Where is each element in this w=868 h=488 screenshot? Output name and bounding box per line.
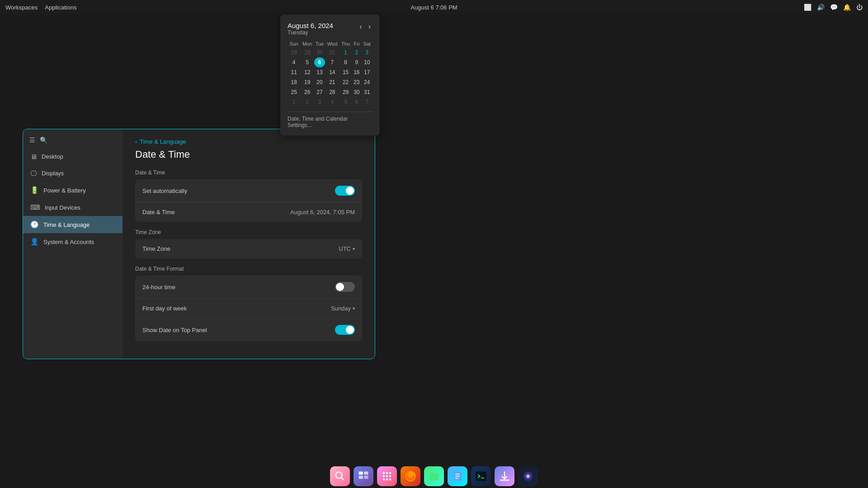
calendar-day-cell[interactable]: 28 bbox=[325, 87, 340, 97]
breadcrumb-back[interactable]: ‹ bbox=[135, 138, 137, 145]
toggle-show-date-on-top-panel[interactable] bbox=[335, 325, 355, 335]
topbar-right: ⬜ 🔊 💬 🔔 ⏻ bbox=[804, 4, 863, 11]
calendar-day-cell[interactable]: 7 bbox=[361, 97, 373, 107]
topbar-clock[interactable]: August 6 7:06 PM bbox=[410, 4, 457, 11]
sidebar-item-displays[interactable]: 🖵 Displays bbox=[23, 165, 123, 182]
volume-icon[interactable]: 🔊 bbox=[817, 4, 825, 11]
dock-multitasking[interactable] bbox=[354, 466, 373, 486]
calendar-popup: August 6, 2024 Tuesday ‹ › SunMonTueWedT… bbox=[280, 14, 380, 136]
calendar-day-cell[interactable]: 7 bbox=[325, 57, 340, 67]
calendar-settings-link[interactable]: Date, Time and Calendar Settings... bbox=[288, 112, 373, 128]
calendar-day-cell[interactable]: 29 bbox=[340, 87, 352, 97]
sidebar-item-label: System & Accounts bbox=[43, 239, 94, 245]
dock-notes[interactable] bbox=[448, 466, 467, 486]
calendar-day-cell[interactable]: 31 bbox=[325, 47, 340, 57]
workspaces-btn[interactable]: Workspaces bbox=[5, 4, 38, 11]
calendar-day-cell[interactable]: 27 bbox=[314, 87, 325, 97]
dock-firefox[interactable] bbox=[401, 466, 420, 486]
topbar-left: Workspaces Applications bbox=[5, 4, 76, 11]
settings-row-label: Set automatically bbox=[142, 188, 187, 194]
calendar-day-cell[interactable]: 15 bbox=[340, 67, 352, 77]
calendar-day-cell[interactable]: 16 bbox=[352, 67, 361, 77]
calendar-day-cell[interactable]: 12 bbox=[300, 67, 314, 77]
dock-files[interactable] bbox=[424, 466, 444, 486]
settings-row: 24-hour time bbox=[135, 276, 362, 299]
calendar-day-cell[interactable]: 2 bbox=[300, 97, 314, 107]
sidebar-item-input-devices[interactable]: ⌨ Input Devices bbox=[23, 199, 123, 216]
calendar-nav: ‹ › bbox=[358, 22, 373, 32]
dropdown-value: Sunday bbox=[331, 305, 351, 312]
sidebar-item-power-battery[interactable]: 🔋 Power & Battery bbox=[23, 182, 123, 199]
calendar-day-cell[interactable]: 10 bbox=[361, 57, 373, 67]
settings-window: ☰ 🔍 🖥 Desktop🖵 Displays🔋 Power & Battery… bbox=[23, 129, 375, 359]
calendar-day-cell[interactable]: 4 bbox=[288, 57, 300, 67]
calendar-day-cell[interactable]: 6 bbox=[314, 57, 325, 67]
dropdown-time-zone[interactable]: UTC ▾ bbox=[339, 245, 355, 252]
calendar-day-cell[interactable]: 29 bbox=[300, 47, 314, 57]
svg-point-12 bbox=[383, 479, 385, 481]
applications-btn[interactable]: Applications bbox=[45, 4, 76, 11]
calendar-day-cell[interactable]: 2 bbox=[352, 47, 361, 57]
calendar-day-cell[interactable]: 21 bbox=[325, 77, 340, 87]
dock-terminal[interactable] bbox=[471, 466, 491, 486]
calendar-day-cell[interactable]: 8 bbox=[340, 57, 352, 67]
toggle-set-automatically[interactable] bbox=[335, 186, 355, 196]
calendar-day-cell[interactable]: 22 bbox=[340, 77, 352, 87]
dropdown-value: UTC bbox=[339, 245, 351, 252]
calendar-prev-btn[interactable]: ‹ bbox=[358, 22, 363, 32]
search-icon[interactable]: 🔍 bbox=[40, 136, 47, 144]
calendar-day-cell[interactable]: 4 bbox=[325, 97, 340, 107]
calendar-day-cell[interactable]: 30 bbox=[314, 47, 325, 57]
calendar-day-cell[interactable]: 26 bbox=[300, 87, 314, 97]
calendar-day-cell[interactable]: 19 bbox=[300, 77, 314, 87]
calendar-day-cell[interactable]: 14 bbox=[325, 67, 340, 77]
calendar-day-cell[interactable]: 18 bbox=[288, 77, 300, 87]
calendar-day-cell[interactable]: 24 bbox=[361, 77, 373, 87]
filter-icon[interactable]: ☰ bbox=[29, 136, 35, 144]
calendar-next-btn[interactable]: › bbox=[367, 22, 373, 32]
svg-point-13 bbox=[386, 479, 388, 481]
calendar-day-cell[interactable]: 17 bbox=[361, 67, 373, 77]
dock-downloader[interactable] bbox=[495, 466, 514, 486]
calendar-day-cell[interactable]: 1 bbox=[288, 97, 300, 107]
page-title: Date & Time bbox=[135, 149, 362, 160]
dock-obs[interactable] bbox=[518, 466, 538, 486]
calendar-day-cell[interactable]: 13 bbox=[314, 67, 325, 77]
svg-rect-4 bbox=[359, 476, 363, 479]
calendar-day-cell[interactable]: 28 bbox=[288, 47, 300, 57]
dock-apps[interactable] bbox=[377, 466, 397, 486]
sidebar-item-system-accounts[interactable]: 👤 System & Accounts bbox=[23, 233, 123, 250]
notification-icon[interactable]: 🔔 bbox=[843, 4, 851, 11]
calendar-day-cell[interactable]: 31 bbox=[361, 87, 373, 97]
settings-row-label: 24-hour time bbox=[142, 284, 175, 291]
sidebar-item-time-language[interactable]: 🕐 Time & Language bbox=[23, 216, 123, 233]
settings-row: Time ZoneUTC ▾ bbox=[135, 239, 362, 258]
dock-magnifier[interactable] bbox=[330, 466, 350, 486]
dropdown-first-day-of-week[interactable]: Sunday ▾ bbox=[331, 305, 355, 312]
screen-icon[interactable]: ⬜ bbox=[804, 4, 811, 11]
settings-row: Show Date on Top Panel bbox=[135, 319, 362, 341]
calendar-day-cell[interactable]: 11 bbox=[288, 67, 300, 77]
calendar-day-cell[interactable]: 5 bbox=[340, 97, 352, 107]
calendar-day-cell[interactable]: 25 bbox=[288, 87, 300, 97]
calendar-day-cell[interactable]: 9 bbox=[352, 57, 361, 67]
svg-point-9 bbox=[383, 475, 385, 478]
calendar-day-cell[interactable]: 5 bbox=[300, 57, 314, 67]
power-icon[interactable]: ⏻ bbox=[856, 4, 863, 11]
calendar-day-cell[interactable]: 1 bbox=[340, 47, 352, 57]
sidebar-item-label: Input Devices bbox=[45, 204, 80, 211]
sidebar-item-desktop[interactable]: 🖥 Desktop bbox=[23, 148, 123, 165]
chat-icon[interactable]: 💬 bbox=[830, 4, 838, 11]
svg-point-14 bbox=[389, 479, 392, 481]
sidebar-item-label: Desktop bbox=[42, 153, 63, 160]
sidebar-item-label: Displays bbox=[42, 170, 64, 177]
calendar-day-cell[interactable]: 6 bbox=[352, 97, 361, 107]
calendar-day-cell[interactable]: 20 bbox=[314, 77, 325, 87]
toggle-24-hour-time[interactable] bbox=[335, 282, 355, 292]
displays-icon: 🖵 bbox=[30, 169, 37, 177]
calendar-day-cell[interactable]: 23 bbox=[352, 77, 361, 87]
calendar-day-cell[interactable]: 30 bbox=[352, 87, 361, 97]
svg-rect-22 bbox=[500, 479, 509, 481]
calendar-day-cell[interactable]: 3 bbox=[314, 97, 325, 107]
calendar-day-cell[interactable]: 3 bbox=[361, 47, 373, 57]
